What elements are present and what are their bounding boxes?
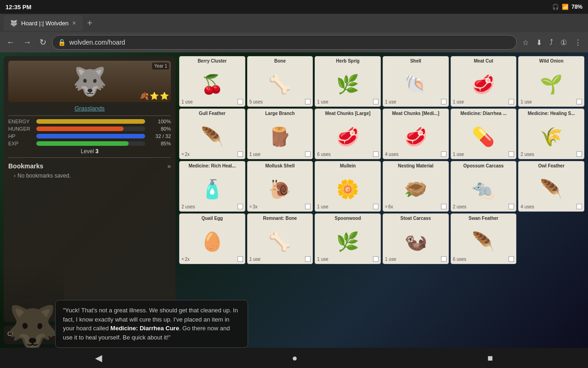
item-uses: 2 uses	[520, 152, 534, 157]
item-footer: 4 uses	[385, 151, 447, 157]
item-checkbox[interactable]	[441, 204, 447, 209]
item-footer: 1 use	[181, 99, 243, 104]
item-checkbox[interactable]	[577, 151, 582, 157]
nav-bar: ← → ↻ 🔒 wolvden.com/hoard ☆ ⬇ ⤴ ① ⋮	[0, 32, 588, 52]
item-checkbox[interactable]	[509, 99, 514, 104]
item-checkbox[interactable]	[305, 99, 311, 104]
hoard-item[interactable]: Herb Sprig 🌿 1 use	[315, 56, 381, 107]
hoard-item[interactable]: Mullein 🌼 1 use	[315, 161, 381, 212]
uses-text: 5 uses	[249, 99, 263, 104]
item-name: Medicine: Rich Heal...	[188, 163, 236, 174]
item-art: 🌱	[520, 70, 582, 98]
hoard-item[interactable]: Medicine: Healing S... 🌾 2 uses	[518, 109, 584, 159]
hoard-item[interactable]: Gull Feather 🪶 ≡ 2x	[179, 109, 245, 159]
item-checkbox[interactable]	[509, 256, 514, 262]
item-footer: 1 use	[453, 151, 514, 157]
item-art: 🌿	[317, 228, 379, 255]
item-checkbox[interactable]	[305, 204, 311, 209]
item-uses: ≡ 6x	[385, 204, 393, 209]
back-button[interactable]: ←	[4, 36, 17, 49]
hoard-item[interactable]: Large Branch 🪵 1 use	[247, 109, 313, 159]
reload-button[interactable]: ↻	[37, 35, 49, 49]
item-name: Gull Feather	[199, 111, 226, 122]
recent-nav-button[interactable]: ■	[478, 349, 502, 367]
lock-icon: 🔒	[58, 39, 66, 46]
item-footer: 1 use	[317, 99, 379, 104]
bookmark-star-button[interactable]: ☆	[520, 36, 531, 49]
item-checkbox[interactable]	[441, 151, 447, 157]
item-checkbox[interactable]	[237, 151, 243, 157]
location-label[interactable]: Grasslands	[8, 105, 171, 112]
item-checkbox[interactable]	[577, 99, 582, 104]
item-art: 🌿	[317, 70, 379, 98]
share-button[interactable]: ⤴	[547, 36, 556, 49]
item-checkbox[interactable]	[577, 204, 582, 209]
hoard-item[interactable]: Stoat Carcass 🦦 1 use	[383, 213, 449, 264]
item-checkbox[interactable]	[237, 99, 243, 104]
energy-bar-bg	[36, 119, 145, 124]
star-1: 🍂	[140, 92, 149, 100]
item-uses: 6 uses	[317, 152, 330, 157]
hoard-item[interactable]: Nesting Material 🪹 ≡ 6x	[383, 161, 449, 212]
address-bar[interactable]: 🔒 wolvden.com/hoard	[52, 35, 517, 50]
item-checkbox[interactable]	[373, 99, 379, 104]
item-footer: 1 use	[249, 256, 311, 262]
hp-bar-bg	[36, 134, 145, 138]
bookmarks-header: Bookmarks »	[8, 162, 171, 170]
new-tab-button[interactable]: +	[85, 18, 96, 29]
hoard-item[interactable]: Shell 🐚 1 use	[383, 56, 449, 107]
item-checkbox[interactable]	[441, 256, 447, 262]
hp-label: HP	[8, 133, 34, 139]
item-checkbox[interactable]	[373, 204, 379, 209]
bookmarks-expand-button[interactable]: »	[167, 162, 171, 170]
hoard-grid: Berry Cluster 🍒 1 use Bone 🦴 5 uses Herb…	[179, 56, 584, 264]
uses-text: 1 use	[249, 152, 260, 157]
download-button[interactable]: ⬇	[533, 36, 545, 49]
hoard-item[interactable]: Remnant: Bone 🦴 1 use	[247, 213, 313, 264]
hoard-item[interactable]: Meat Chunks [Large] 🥩 6 uses	[315, 109, 381, 159]
active-tab[interactable]: 🐺 Hoard |:| Wolvden ×	[4, 15, 83, 31]
hoard-item[interactable]: Spoonwood 🌿 1 use	[315, 213, 381, 264]
hoard-item[interactable]: Opossum Carcass 🐀 2 uses	[451, 161, 517, 212]
item-checkbox[interactable]	[237, 204, 243, 209]
item-footer: 6 uses	[317, 151, 379, 157]
item-checkbox[interactable]	[441, 99, 447, 104]
item-art: 🍒	[181, 70, 243, 98]
item-checkbox[interactable]	[305, 256, 311, 262]
uses-text: 1 use	[317, 99, 328, 104]
hoard-item[interactable]: Owl Feather 🪶 4 uses	[518, 161, 584, 212]
item-checkbox[interactable]	[509, 204, 514, 209]
hoard-item[interactable]: Meat Cut 🥩 1 use	[451, 56, 517, 107]
energy-value: 100%	[148, 119, 171, 124]
back-nav-button[interactable]: ◀	[86, 349, 111, 367]
hoard-item[interactable]: Meat Chunks [Medi...] 🥩 4 uses	[383, 109, 449, 159]
item-checkbox[interactable]	[237, 256, 243, 262]
hoard-item[interactable]: Swan Feather 🪶 6 uses	[451, 213, 517, 264]
item-checkbox[interactable]	[305, 151, 311, 157]
forward-button[interactable]: →	[20, 36, 34, 49]
menu-button[interactable]: ⋮	[571, 36, 584, 49]
hoard-item[interactable]: Bone 🦴 5 uses	[247, 56, 313, 107]
hunger-bar-fill	[36, 126, 124, 131]
item-uses: 4 uses	[385, 152, 398, 157]
home-nav-button[interactable]: ●	[283, 349, 306, 367]
item-checkbox[interactable]	[373, 256, 379, 262]
wolf-avatar[interactable]: 🐺 Year 1 🍂 ⭐ ⭐	[8, 61, 171, 102]
hoard-item[interactable]: Mollusk Shell 🐌 ≡ 3x	[247, 161, 313, 212]
item-name: Remnant: Bone	[263, 216, 297, 227]
hoard-item[interactable]: Berry Cluster 🍒 1 use	[179, 56, 245, 107]
item-footer: 1 use	[249, 151, 311, 157]
hoard-item[interactable]: Medicine: Rich Heal... 🧴 2 uses	[179, 161, 245, 212]
hoard-item[interactable]: Medicine: Diarrhea ... 💊 1 use	[451, 109, 517, 159]
item-uses: 1 use	[317, 257, 328, 262]
tab-close-button[interactable]: ×	[72, 19, 76, 27]
uses-text: 2 uses	[453, 204, 466, 209]
item-checkbox[interactable]	[509, 151, 514, 157]
hoard-item[interactable]: Wild Onion 🌱 1 use	[518, 56, 584, 107]
item-name: Opossum Carcass	[464, 163, 504, 174]
item-footer: 4 uses	[520, 204, 582, 209]
item-checkbox[interactable]	[373, 151, 379, 157]
hoard-item[interactable]: Quail Egg 🥚 ≡ 2x	[179, 213, 245, 264]
address-text: wolvden.com/hoard	[69, 39, 511, 46]
tab-count-button[interactable]: ①	[558, 36, 570, 49]
